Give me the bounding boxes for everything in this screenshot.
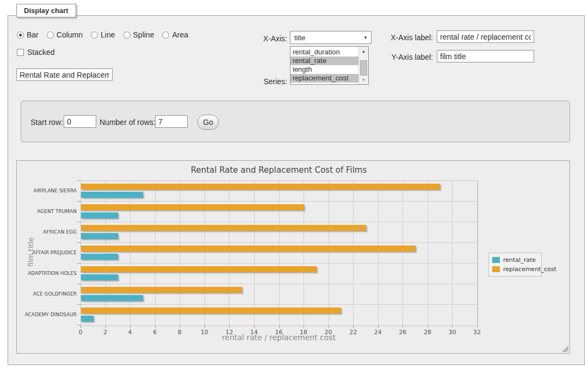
- bar-replacement_cost: [81, 204, 304, 210]
- series-option-rental_duration[interactable]: rental_duration: [290, 48, 358, 57]
- scroll-up-icon[interactable]: ▲: [359, 47, 368, 55]
- x-tick-label: 2: [95, 329, 116, 336]
- gridline-vertical: [229, 180, 230, 325]
- x-tick-label: 0: [70, 329, 91, 336]
- bar-rental_rate: [81, 233, 118, 239]
- x-tick-label: 14: [243, 329, 265, 336]
- gridline-vertical: [452, 180, 453, 325]
- legend-label: replacement_cost: [503, 266, 556, 273]
- legend-item-rental_rate: rental_rate: [492, 255, 541, 265]
- gridline-vertical: [477, 180, 478, 325]
- x-tick-mark: [279, 325, 280, 328]
- radio-option-column[interactable]: Column: [47, 30, 83, 39]
- radio-label: Spline: [133, 30, 154, 39]
- category-label: ADAPTATION HOLES: [17, 271, 77, 276]
- bar-replacement_cost: [81, 184, 440, 190]
- x-tick-mark: [130, 325, 131, 328]
- radio-option-bar[interactable]: Bar: [17, 30, 39, 39]
- start-row-input[interactable]: [64, 115, 96, 128]
- y-tick-mark: [77, 263, 81, 264]
- bar-replacement_cost: [81, 225, 366, 231]
- gridline-vertical: [254, 180, 255, 325]
- legend-swatch: [492, 266, 500, 272]
- x-axis-select-label: X-Axis:: [244, 34, 287, 43]
- category-label: AFRICAN EGG: [17, 229, 77, 235]
- x-tick-label: 20: [318, 329, 339, 336]
- x-tick-mark: [353, 325, 354, 328]
- stacked-label: Stacked: [27, 48, 55, 57]
- stacked-checkbox[interactable]: [17, 49, 24, 56]
- radio-button[interactable]: [123, 32, 131, 39]
- gridline-vertical: [329, 180, 329, 325]
- radio-label: Line: [101, 30, 115, 39]
- series-option-length[interactable]: length: [290, 65, 358, 74]
- series-multiselect[interactable]: rental_durationrental_ratelengthreplacem…: [290, 46, 369, 85]
- x-tick-mark: [378, 325, 379, 328]
- num-rows-input[interactable]: [155, 115, 188, 128]
- y-axis-label-input[interactable]: [437, 50, 534, 62]
- y-tick-mark: [77, 180, 81, 181]
- gridline-vertical: [304, 180, 304, 325]
- panel-title: Display chart: [16, 4, 76, 17]
- radio-button[interactable]: [47, 32, 54, 39]
- radio-button[interactable]: [17, 32, 24, 39]
- go-button[interactable]: Go: [197, 115, 219, 130]
- x-axis-select[interactable]: title ▼: [290, 31, 372, 44]
- radio-option-area[interactable]: Area: [162, 30, 188, 39]
- x-tick-label: 24: [367, 329, 389, 336]
- x-tick-label: 16: [268, 329, 290, 336]
- x-tick-mark: [155, 325, 156, 328]
- chart-container: Rental Rate and Replacement Cost of Film…: [16, 160, 570, 354]
- gridline-vertical: [403, 180, 403, 325]
- x-tick-label: 10: [194, 329, 215, 336]
- radio-button[interactable]: [91, 32, 98, 39]
- y-tick-mark: [77, 284, 81, 284]
- scroll-down-icon[interactable]: ▼: [359, 76, 368, 84]
- gridline-horizontal: [81, 284, 477, 284]
- category-label: AIRPLANE SIERRA: [17, 188, 77, 193]
- bar-rental_rate: [81, 212, 118, 218]
- x-tick-mark: [205, 325, 205, 328]
- resize-handle-icon[interactable]: [562, 346, 568, 352]
- category-label: ACE GOLDFINGER: [17, 291, 77, 297]
- dropdown-arrow-icon: ▼: [363, 35, 371, 40]
- bar-replacement_cost: [81, 287, 242, 293]
- gridline-horizontal: [81, 242, 477, 243]
- series-scrollbar[interactable]: ▲ ▼: [358, 47, 368, 84]
- chart-title-input[interactable]: [16, 68, 113, 81]
- bar-rental_rate: [81, 295, 143, 301]
- chart-type-radios: BarColumnLineSplineArea: [17, 30, 188, 39]
- bar-rental_rate: [81, 274, 118, 280]
- x-tick-label: 12: [218, 329, 240, 336]
- stacked-option[interactable]: Stacked: [17, 48, 55, 57]
- bar-rental_rate: [81, 254, 118, 260]
- radio-button[interactable]: [162, 32, 169, 39]
- series-option-replacement_cost[interactable]: replacement_cost: [290, 74, 358, 83]
- x-tick-mark: [81, 325, 81, 328]
- x-tick-label: 26: [392, 329, 413, 336]
- x-tick-label: 28: [417, 329, 438, 336]
- num-rows-label: Number of rows:: [100, 118, 156, 127]
- gridline-vertical: [428, 180, 428, 325]
- x-tick-label: 4: [119, 329, 141, 336]
- x-tick-mark: [403, 325, 403, 328]
- x-axis-label-input[interactable]: [437, 30, 534, 43]
- radio-label: Area: [172, 30, 188, 39]
- display-chart-app: Display chart BarColumnLineSplineArea St…: [0, 0, 588, 370]
- scrollbar-thumb[interactable]: [360, 60, 367, 76]
- series-select-label: Series:: [244, 77, 287, 86]
- radio-option-spline[interactable]: Spline: [123, 30, 154, 39]
- category-label: AFFAIR PREJUDICE: [17, 250, 77, 255]
- y-tick-mark: [77, 325, 81, 325]
- gridline-vertical: [106, 180, 106, 325]
- y-tick-mark: [77, 242, 81, 243]
- radio-label: Column: [57, 30, 83, 39]
- gridline-vertical: [130, 180, 131, 325]
- x-axis-selected-value: title: [290, 34, 363, 42]
- x-tick-label: 32: [466, 329, 488, 336]
- series-option-rental_rate[interactable]: rental_rate: [290, 57, 358, 65]
- x-tick-label: 22: [342, 329, 364, 336]
- radio-option-line[interactable]: Line: [91, 30, 115, 39]
- y-axis-label-field-label: Y-Axis label:: [389, 53, 433, 61]
- x-tick-label: 18: [293, 329, 314, 336]
